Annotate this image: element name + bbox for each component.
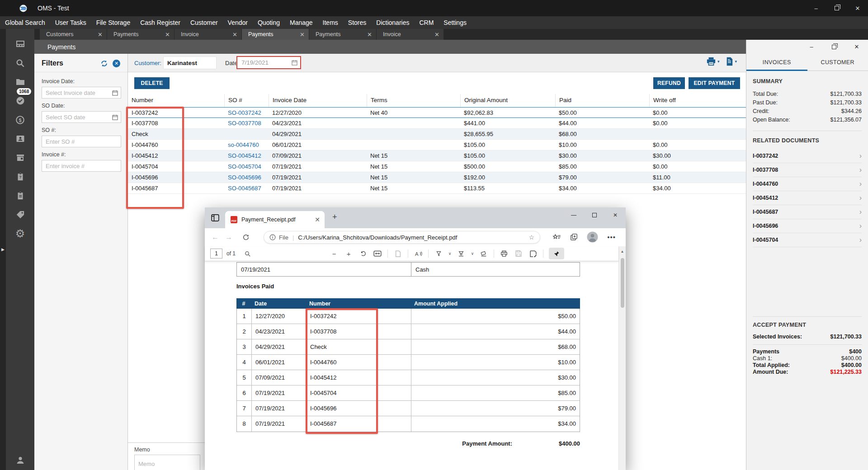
close-icon[interactable]: ✕ [845, 40, 868, 54]
forward-icon[interactable]: → [222, 233, 236, 241]
date-input[interactable] [237, 59, 300, 66]
tab-layout-icon[interactable] [211, 213, 220, 222]
favorites-icon[interactable] [552, 234, 561, 241]
related-document-i-0044760[interactable]: I-0044760› [753, 177, 862, 191]
so-link[interactable]: so-0044760 [224, 140, 269, 150]
edit-payment-button[interactable]: EDIT PAYMENT [689, 77, 740, 89]
print-button[interactable]: ▾ [706, 57, 720, 66]
stores-icon[interactable] [6, 148, 34, 167]
minimize-icon[interactable]: – [806, 0, 826, 16]
table-row[interactable]: I-0037708SO-003770804/23/2021$441.00$44.… [128, 118, 746, 129]
column-header-write-off[interactable]: Write off [649, 94, 746, 107]
menu-item-dictionaries[interactable]: Dictionaries [371, 16, 414, 29]
tab-payments[interactable]: Payments✕ [242, 29, 309, 40]
close-icon[interactable]: ✕ [847, 0, 868, 16]
refund-button[interactable]: REFUND [653, 77, 685, 89]
table-row[interactable]: I-0045704SO-004570407/19/2021Net 15$500.… [128, 161, 746, 172]
info-icon[interactable] [269, 234, 276, 240]
table-row[interactable]: I-0044760so-004476006/01/2021$105.00$10.… [128, 140, 746, 150]
related-document-i-0037708[interactable]: I-0037708› [753, 163, 862, 177]
close-icon[interactable]: ✕ [605, 207, 626, 223]
related-document-i-0037242[interactable]: I-0037242› [753, 149, 862, 163]
menu-item-crm[interactable]: CRM [414, 16, 439, 29]
close-icon[interactable]: ✕ [367, 31, 372, 38]
draw-pen-icon[interactable] [431, 250, 446, 257]
table-row[interactable]: I-0037242SO-003724212/27/2020Net 40$92,0… [128, 107, 746, 118]
page-number-input[interactable] [210, 249, 222, 258]
cash-register-icon[interactable]: $ [6, 110, 34, 129]
delete-button[interactable]: DELETE [134, 77, 170, 89]
related-document-i-0045696[interactable]: I-0045696› [753, 219, 862, 233]
restore-icon[interactable] [826, 0, 847, 16]
menu-item-user-tasks[interactable]: User Tasks [50, 16, 91, 29]
memo-input[interactable] [134, 455, 200, 470]
read-aloud-icon[interactable]: A [411, 250, 425, 257]
eraser-icon[interactable] [476, 250, 491, 257]
tab-invoices[interactable]: INVOICES [746, 54, 807, 70]
column-header-terms[interactable]: Terms [367, 94, 460, 107]
calendar-icon[interactable] [292, 60, 297, 66]
tab-payments[interactable]: Payments✕ [309, 29, 377, 40]
filter-input-invoice-date[interactable] [42, 87, 121, 98]
zoom-in-icon[interactable]: + [341, 250, 356, 258]
refresh-icon[interactable] [239, 234, 253, 241]
collections-icon[interactable] [570, 233, 578, 241]
menu-item-customer[interactable]: Customer [185, 16, 223, 29]
refresh-icon[interactable] [100, 60, 108, 67]
table-row[interactable]: I-0045687SO-004568707/19/2021Net 15$113.… [128, 183, 746, 194]
back-icon[interactable]: ← [208, 233, 222, 241]
filter-input-invoice[interactable] [42, 160, 121, 171]
tab-customer[interactable]: CUSTOMER [807, 54, 868, 70]
tags-icon[interactable] [6, 205, 34, 224]
table-row[interactable]: I-0045696SO-004569607/19/2021Net 15$192.… [128, 172, 746, 183]
related-document-i-0045687[interactable]: I-0045687› [753, 205, 862, 219]
pdf-scrollbar[interactable]: ▲ [618, 246, 626, 470]
so-link[interactable]: SO-0045704 [224, 161, 269, 172]
profile-avatar[interactable] [587, 231, 598, 243]
print-icon[interactable] [497, 250, 511, 257]
close-icon[interactable]: ✕ [98, 31, 103, 38]
restore-icon[interactable] [823, 40, 845, 54]
minimize-icon[interactable]: – [800, 40, 823, 54]
menu-dots-icon[interactable]: ••• [607, 233, 616, 241]
menu-item-manage[interactable]: Manage [285, 16, 318, 29]
search-icon[interactable] [6, 53, 34, 72]
close-icon[interactable]: ✕ [165, 31, 170, 38]
column-header-paid[interactable]: Paid [555, 94, 649, 107]
help-clipboard-icon[interactable]: ? [6, 167, 34, 186]
filter-input-so[interactable] [42, 136, 121, 147]
url-bar[interactable]: File | C:/Users/Karina_Shchitova/Downloa… [264, 231, 540, 244]
rotate-icon[interactable] [356, 250, 370, 257]
tab-invoice[interactable]: Invoice✕ [377, 29, 444, 40]
menu-item-cash-register[interactable]: Cash Register [135, 16, 185, 29]
tab-invoice[interactable]: Invoice✕ [175, 29, 242, 40]
calendar-icon[interactable] [112, 114, 118, 120]
menu-item-stores[interactable]: Stores [343, 16, 371, 29]
tab-customers[interactable]: Customers✕ [40, 29, 107, 40]
expand-arrow-icon[interactable]: ▶ [1, 247, 5, 252]
highlighter-icon[interactable] [454, 250, 468, 257]
fit-width-icon[interactable] [370, 250, 385, 257]
column-header-number[interactable]: Number [128, 94, 224, 107]
menu-item-settings[interactable]: Settings [439, 16, 472, 29]
orders-clipboard-icon[interactable] [6, 186, 34, 205]
close-icon[interactable]: ✕ [315, 216, 320, 223]
so-link[interactable]: SO-0045687 [224, 183, 269, 193]
chevron-down-icon[interactable]: ∨ [446, 251, 454, 256]
so-link[interactable]: SO-0045696 [224, 172, 269, 183]
browser-tab[interactable]: Payment_Receipt.pdf ✕ [225, 211, 325, 228]
add-favorite-icon[interactable]: ☆ [528, 234, 534, 241]
maximize-icon[interactable] [584, 207, 605, 223]
menu-item-items[interactable]: Items [318, 16, 343, 29]
close-icon[interactable]: ✕ [300, 31, 305, 38]
scroll-up-icon[interactable]: ▲ [619, 246, 626, 254]
so-link[interactable]: SO-0045412 [224, 150, 269, 161]
new-tab-button[interactable]: + [332, 212, 337, 222]
menu-item-file-storage[interactable]: File Storage [91, 16, 135, 29]
close-icon[interactable]: ✕ [434, 31, 439, 38]
menu-item-global-search[interactable]: Global Search [0, 16, 50, 29]
pin-toolbar-icon[interactable] [549, 248, 564, 259]
column-header-so[interactable]: SO # [224, 94, 269, 107]
settings-icon[interactable]: ⚙ [6, 224, 34, 243]
related-document-i-0045412[interactable]: I-0045412› [753, 191, 862, 205]
